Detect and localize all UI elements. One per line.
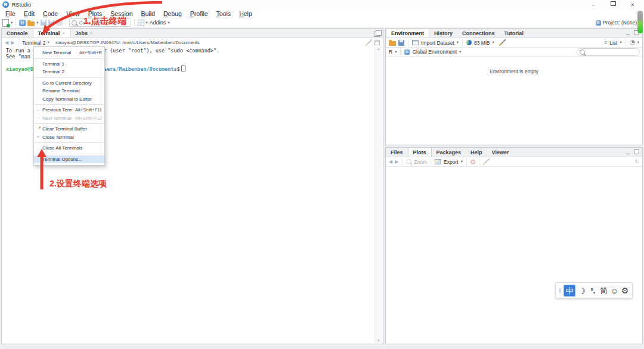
open-file-icon[interactable]: [27, 21, 35, 26]
menu-item-copy-terminal-to-editor[interactable]: Copy Terminal to Editor: [34, 95, 104, 104]
menu-edit[interactable]: Edit: [20, 10, 39, 17]
export-plot-label[interactable]: Export: [444, 159, 459, 165]
pane-layout-icon[interactable]: [138, 20, 144, 26]
refresh-options-icon[interactable]: [630, 40, 635, 45]
console-pane-tab-jobs[interactable]: Jobs×: [70, 29, 98, 38]
list-view-icon[interactable]: ≡: [604, 40, 607, 45]
previous-terminal-icon[interactable]: ◀: [5, 40, 8, 45]
ime-chinese-mode-button[interactable]: 中: [564, 285, 575, 297]
menu-item-go-to-current-directory[interactable]: Go to Current Directory: [34, 79, 104, 88]
plots-pane-tab-help[interactable]: Help: [466, 148, 487, 157]
close-icon[interactable]: ×: [62, 30, 65, 36]
environment-scope-selector[interactable]: Global Environment: [412, 49, 457, 55]
terminal-dropdown-button[interactable]: Terminal 2 ▾: [22, 40, 49, 46]
console-pane-tab-terminal[interactable]: Terminal×: [33, 29, 71, 38]
chevron-down-icon[interactable]: ▾: [461, 160, 463, 164]
menu-item-terminal-2[interactable]: Terminal 2: [34, 68, 104, 76]
environment-search-box[interactable]: [577, 48, 640, 56]
environment-pane-tab-environment[interactable]: Environment: [386, 29, 429, 38]
menu-help[interactable]: Help: [235, 10, 256, 17]
language-selector[interactable]: R: [389, 49, 392, 55]
menu-item-close-terminal[interactable]: ×Close Terminal: [34, 133, 104, 142]
scroll-down-icon[interactable]: ▼: [375, 339, 382, 342]
maximize-pane-icon[interactable]: [634, 149, 639, 154]
menu-code[interactable]: Code: [39, 10, 62, 17]
chevron-down-icon[interactable]: ▾: [11, 21, 13, 25]
chevron-down-icon[interactable]: ▾: [36, 21, 38, 25]
menu-profile[interactable]: Profile: [186, 10, 212, 17]
maximize-pane-icon[interactable]: [374, 32, 380, 37]
plots-pane-tab-files[interactable]: Files: [386, 148, 408, 157]
plots-pane-tab-packages[interactable]: Packages: [432, 148, 466, 157]
save-all-icon[interactable]: [48, 20, 54, 26]
ime-punctuation-button[interactable]: °,: [589, 288, 597, 294]
ime-fullwidth-moon-icon[interactable]: ☽: [578, 287, 586, 295]
terminal-scrollbar[interactable]: ▲ ▼: [374, 46, 382, 343]
chevron-down-icon[interactable]: ▾: [620, 40, 621, 45]
import-dataset-button[interactable]: Import Dataset: [421, 40, 454, 46]
remove-plot-icon[interactable]: [470, 160, 475, 164]
scroll-up-icon[interactable]: ▲: [375, 47, 382, 51]
ime-simplified-button[interactable]: 简: [599, 287, 608, 294]
menu-file[interactable]: File: [1, 10, 20, 17]
environment-pane-tab-connections[interactable]: Connections: [457, 29, 500, 38]
clear-environment-icon[interactable]: [499, 39, 506, 46]
menu-build[interactable]: Build: [137, 10, 159, 17]
zoom-plot-label[interactable]: Zoom: [414, 159, 427, 165]
zoom-plot-icon[interactable]: [406, 159, 411, 164]
previous-plot-icon[interactable]: ◀: [389, 160, 392, 164]
menu-item-close-all-terminals[interactable]: Close All Terminals: [34, 144, 104, 152]
clear-terminal-icon[interactable]: [366, 39, 372, 46]
import-dataset-icon[interactable]: [412, 40, 419, 45]
list-view-label[interactable]: List: [609, 40, 617, 46]
chevron-down-icon[interactable]: ▾: [492, 40, 494, 45]
menu-item-previous-terminal[interactable]: ←Previous TerminalAlt+Shift+F11: [34, 106, 104, 114]
menu-view[interactable]: View: [62, 10, 84, 17]
minimize-pane-icon[interactable]: [626, 35, 630, 35]
ime-emoji-icon[interactable]: ☺: [610, 287, 618, 295]
menu-debug[interactable]: Debug: [159, 10, 186, 17]
next-plot-icon[interactable]: ▶: [395, 160, 398, 164]
terminal-panel-icon[interactable]: [374, 40, 380, 45]
chevron-down-icon[interactable]: ▾: [395, 50, 397, 54]
refresh-icon[interactable]: ↻: [634, 159, 639, 164]
new-project-icon[interactable]: R: [19, 20, 26, 26]
addins-menu[interactable]: Addins: [150, 20, 166, 26]
menu-item-rename-terminal[interactable]: Rename Terminal: [34, 87, 104, 95]
memory-usage-icon[interactable]: [466, 40, 472, 45]
environment-pane-tab-tutorial[interactable]: Tutorial: [500, 29, 528, 38]
next-terminal-icon[interactable]: ▶: [11, 40, 14, 45]
plots-pane-tab-plots[interactable]: Plots: [408, 148, 432, 157]
plots-pane-tab-viewer[interactable]: Viewer: [487, 148, 514, 157]
close-icon[interactable]: ×: [90, 30, 93, 36]
project-selector[interactable]: R Project: (None): [596, 20, 637, 26]
memory-usage-label[interactable]: 83 MiB: [474, 40, 490, 46]
save-workspace-icon[interactable]: [398, 40, 404, 46]
menu-item-terminal-1[interactable]: Terminal 1: [34, 60, 104, 68]
environment-search-input[interactable]: [587, 49, 637, 55]
menu-tools[interactable]: Tools: [212, 10, 236, 17]
environment-pane-tab-history[interactable]: History: [429, 29, 457, 38]
export-plot-icon[interactable]: [435, 159, 441, 164]
ime-drag-handle[interactable]: ‖: [559, 288, 561, 294]
menu-item-new-terminal[interactable]: New TerminalAlt+Shift+R: [34, 49, 104, 57]
new-file-icon[interactable]: [2, 19, 9, 27]
chevron-down-icon[interactable]: ▾: [168, 21, 169, 25]
window-close-button[interactable]: ×: [624, 0, 642, 10]
menu-item-terminal-options[interactable]: Terminal Options...: [34, 155, 104, 164]
print-icon[interactable]: [56, 21, 63, 26]
menu-item-clear-terminal-buffer[interactable]: Clear Terminal Buffer: [34, 125, 104, 133]
minimize-pane-icon[interactable]: [626, 154, 630, 154]
menu-item-next-terminal[interactable]: →Next TerminalAlt+Shift+F12: [34, 114, 104, 123]
load-workspace-icon[interactable]: [389, 41, 396, 46]
ime-settings-gear-icon[interactable]: ⚙: [621, 286, 629, 295]
window-maximize-button[interactable]: [604, 0, 622, 10]
window-minimize-button[interactable]: –: [584, 0, 602, 10]
clear-plots-icon[interactable]: [483, 158, 490, 165]
chevron-down-icon[interactable]: ▾: [459, 50, 461, 54]
chevron-down-icon[interactable]: ▾: [457, 40, 459, 45]
save-icon[interactable]: [41, 20, 47, 26]
chevron-down-icon[interactable]: ▾: [146, 21, 148, 25]
console-pane-tab-console[interactable]: Console: [2, 29, 33, 38]
chevron-down-icon[interactable]: ▾: [637, 40, 639, 45]
